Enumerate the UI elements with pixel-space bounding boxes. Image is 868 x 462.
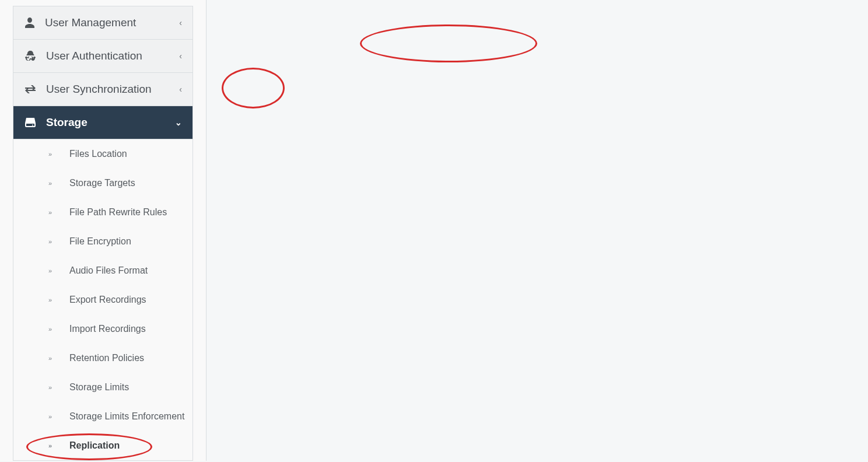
double-chevron-icon: » (48, 150, 52, 158)
annotation-ellipse (360, 24, 537, 62)
sidebar-section-user-synchronization[interactable]: User Synchronization ‹ (13, 73, 192, 106)
double-chevron-icon: » (48, 384, 52, 391)
sidebar-item-import-recordings[interactable]: »Import Recordings (13, 314, 192, 344)
sidebar-section-user-authentication[interactable]: User Authentication ‹ (13, 40, 192, 73)
sidebar-item-audio-files-format[interactable]: »Audio Files Format (13, 256, 192, 285)
sidebar-item-storage-limits-enforcement[interactable]: »Storage Limits Enforcement (13, 402, 192, 431)
section-label: Storage (46, 116, 88, 129)
sidebar-section-user-management[interactable]: User Management ‹ (13, 6, 192, 40)
double-chevron-icon: » (48, 209, 52, 216)
section-label: User Authentication (46, 50, 142, 62)
user-icon (25, 18, 34, 28)
sidebar-section-storage[interactable]: Storage ⌄ (13, 106, 192, 139)
sidebar-item-storage-targets[interactable]: »Storage Targets (13, 169, 192, 198)
sidebar-item-files-location[interactable]: »Files Location (13, 139, 192, 169)
sidebar-item-file-encryption[interactable]: »File Encryption (13, 227, 192, 256)
double-chevron-icon: » (48, 267, 52, 274)
sidebar-item-replication[interactable]: »Replication (13, 431, 192, 460)
sync-icon (25, 85, 36, 93)
section-label: User Management (45, 16, 136, 29)
double-chevron-icon: » (48, 238, 52, 245)
sidebar-item-export-recordings[interactable]: »Export Recordings (13, 285, 192, 314)
double-chevron-icon: » (48, 326, 52, 332)
storage-submenu: »Files Location »Storage Targets »File P… (13, 139, 192, 461)
chevron-left-icon: ‹ (179, 85, 182, 94)
chevron-left-icon: ‹ (179, 18, 182, 27)
double-chevron-icon: » (48, 180, 52, 187)
double-chevron-icon: » (48, 355, 52, 362)
double-chevron-icon: » (48, 442, 52, 449)
annotation-ellipse (222, 68, 285, 108)
chevron-down-icon: ⌄ (175, 118, 182, 127)
sidebar-item-storage-limits[interactable]: »Storage Limits (13, 373, 192, 402)
chevron-left-icon: ‹ (179, 51, 182, 61)
double-chevron-icon: » (48, 413, 52, 420)
sidebar-item-retention-policies[interactable]: »Retention Policies (13, 344, 192, 373)
sidebar-item-file-path-rewrite-rules[interactable]: »File Path Rewrite Rules (13, 198, 192, 227)
spy-icon (25, 51, 36, 61)
double-chevron-icon: » (48, 296, 52, 303)
sidebar: User Management ‹ User Authentication ‹ … (0, 0, 206, 461)
section-label: User Synchronization (46, 83, 152, 96)
disk-icon (25, 118, 36, 127)
